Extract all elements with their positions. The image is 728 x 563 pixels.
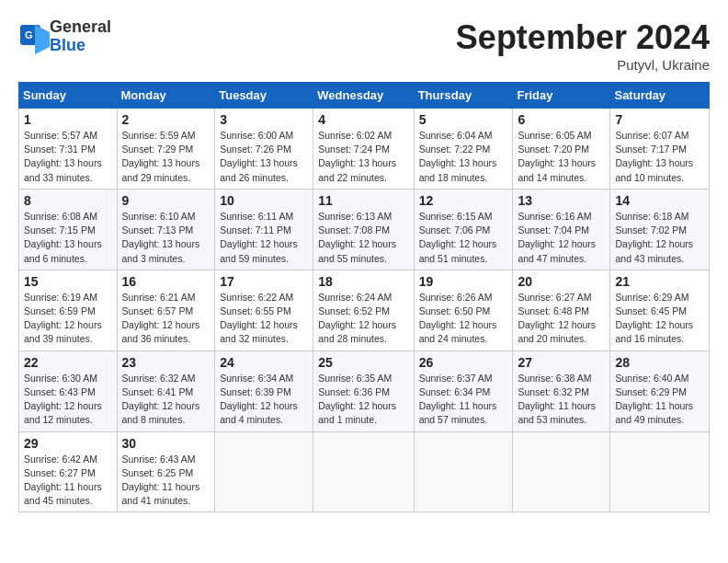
calendar-cell: 22Sunrise: 6:30 AM Sunset: 6:43 PM Dayli… — [19, 350, 118, 431]
day-number: 3 — [220, 112, 308, 127]
day-info: Sunrise: 6:43 AM Sunset: 6:25 PM Dayligh… — [122, 453, 210, 509]
weekday-header-row: SundayMondayTuesdayWednesdayThursdayFrid… — [19, 83, 710, 109]
day-info: Sunrise: 5:57 AM Sunset: 7:31 PM Dayligh… — [24, 129, 112, 185]
calendar-cell: 3Sunrise: 6:00 AM Sunset: 7:26 PM Daylig… — [215, 109, 313, 190]
day-number: 8 — [24, 193, 112, 208]
day-number: 22 — [24, 355, 112, 370]
calendar-cell: 15Sunrise: 6:19 AM Sunset: 6:59 PM Dayli… — [19, 270, 118, 350]
page-header: G General Blue September 2024 Putyvl, Uk… — [18, 18, 710, 73]
calendar-cell: 27Sunrise: 6:38 AM Sunset: 6:32 PM Dayli… — [513, 350, 610, 431]
day-number: 15 — [24, 274, 112, 289]
day-number: 21 — [615, 274, 704, 289]
calendar-table: SundayMondayTuesdayWednesdayThursdayFrid… — [18, 82, 710, 512]
calendar-cell: 20Sunrise: 6:27 AM Sunset: 6:48 PM Dayli… — [513, 270, 610, 350]
day-number: 23 — [122, 355, 210, 370]
calendar-cell: 1Sunrise: 5:57 AM Sunset: 7:31 PM Daylig… — [19, 109, 118, 190]
calendar-week-5: 29Sunrise: 6:42 AM Sunset: 6:27 PM Dayli… — [19, 431, 710, 512]
day-number: 16 — [122, 274, 210, 289]
day-info: Sunrise: 6:18 AM Sunset: 7:02 PM Dayligh… — [615, 210, 704, 266]
day-info: Sunrise: 6:35 AM Sunset: 6:36 PM Dayligh… — [318, 372, 408, 428]
logo-text: General Blue — [50, 18, 111, 55]
day-info: Sunrise: 6:04 AM Sunset: 7:22 PM Dayligh… — [419, 129, 508, 185]
day-info: Sunrise: 6:29 AM Sunset: 6:45 PM Dayligh… — [615, 291, 704, 347]
svg-marker-1 — [35, 25, 50, 54]
calendar-cell: 11Sunrise: 6:13 AM Sunset: 7:08 PM Dayli… — [313, 189, 414, 270]
logo: G General Blue — [18, 18, 111, 55]
day-info: Sunrise: 6:22 AM Sunset: 6:55 PM Dayligh… — [220, 291, 308, 347]
weekday-header-monday: Monday — [117, 83, 215, 109]
title-block: September 2024 Putyvl, Ukraine — [456, 18, 710, 73]
day-info: Sunrise: 6:38 AM Sunset: 6:32 PM Dayligh… — [518, 372, 605, 428]
calendar-cell — [414, 431, 513, 512]
weekday-header-tuesday: Tuesday — [215, 83, 313, 109]
day-info: Sunrise: 6:24 AM Sunset: 6:52 PM Dayligh… — [318, 291, 408, 347]
calendar-cell: 9Sunrise: 6:10 AM Sunset: 7:13 PM Daylig… — [117, 189, 215, 270]
day-number: 5 — [419, 112, 508, 127]
day-number: 25 — [318, 355, 408, 370]
day-info: Sunrise: 6:10 AM Sunset: 7:13 PM Dayligh… — [122, 210, 210, 266]
day-info: Sunrise: 6:26 AM Sunset: 6:50 PM Dayligh… — [419, 291, 508, 347]
day-number: 6 — [518, 112, 605, 127]
day-number: 9 — [122, 193, 210, 208]
day-number: 7 — [615, 112, 704, 127]
day-info: Sunrise: 6:02 AM Sunset: 7:24 PM Dayligh… — [318, 129, 408, 185]
day-info: Sunrise: 6:07 AM Sunset: 7:17 PM Dayligh… — [615, 129, 704, 185]
calendar-cell: 5Sunrise: 6:04 AM Sunset: 7:22 PM Daylig… — [414, 109, 513, 190]
day-info: Sunrise: 6:13 AM Sunset: 7:08 PM Dayligh… — [318, 210, 408, 266]
day-number: 24 — [220, 355, 308, 370]
day-info: Sunrise: 6:15 AM Sunset: 7:06 PM Dayligh… — [419, 210, 508, 266]
day-number: 26 — [419, 355, 508, 370]
calendar-cell: 18Sunrise: 6:24 AM Sunset: 6:52 PM Dayli… — [313, 270, 414, 350]
day-number: 13 — [518, 193, 605, 208]
day-number: 19 — [419, 274, 508, 289]
day-number: 29 — [24, 436, 112, 451]
calendar-cell: 30Sunrise: 6:43 AM Sunset: 6:25 PM Dayli… — [117, 431, 215, 512]
weekday-header-friday: Friday — [513, 83, 610, 109]
calendar-cell — [610, 431, 710, 512]
calendar-week-3: 15Sunrise: 6:19 AM Sunset: 6:59 PM Dayli… — [19, 270, 710, 350]
day-number: 18 — [318, 274, 408, 289]
day-number: 2 — [122, 112, 210, 127]
calendar-cell — [513, 431, 610, 512]
calendar-cell: 25Sunrise: 6:35 AM Sunset: 6:36 PM Dayli… — [313, 350, 414, 431]
calendar-cell: 10Sunrise: 6:11 AM Sunset: 7:11 PM Dayli… — [215, 189, 313, 270]
day-info: Sunrise: 6:42 AM Sunset: 6:27 PM Dayligh… — [24, 453, 112, 509]
weekday-header-wednesday: Wednesday — [313, 83, 414, 109]
calendar-week-1: 1Sunrise: 5:57 AM Sunset: 7:31 PM Daylig… — [19, 109, 710, 190]
calendar-cell: 19Sunrise: 6:26 AM Sunset: 6:50 PM Dayli… — [414, 270, 513, 350]
calendar-cell — [215, 431, 313, 512]
day-info: Sunrise: 6:00 AM Sunset: 7:26 PM Dayligh… — [220, 129, 308, 185]
day-info: Sunrise: 6:27 AM Sunset: 6:48 PM Dayligh… — [518, 291, 605, 347]
weekday-header-thursday: Thursday — [414, 83, 513, 109]
svg-text:G: G — [25, 29, 33, 40]
calendar-cell: 17Sunrise: 6:22 AM Sunset: 6:55 PM Dayli… — [215, 270, 313, 350]
location: Putyvl, Ukraine — [456, 57, 710, 73]
day-info: Sunrise: 6:19 AM Sunset: 6:59 PM Dayligh… — [24, 291, 112, 347]
calendar-cell: 28Sunrise: 6:40 AM Sunset: 6:29 PM Dayli… — [610, 350, 710, 431]
day-info: Sunrise: 5:59 AM Sunset: 7:29 PM Dayligh… — [122, 129, 210, 185]
day-number: 27 — [518, 355, 605, 370]
calendar-cell: 6Sunrise: 6:05 AM Sunset: 7:20 PM Daylig… — [513, 109, 610, 190]
day-number: 4 — [318, 112, 408, 127]
day-number: 20 — [518, 274, 605, 289]
day-number: 28 — [615, 355, 704, 370]
day-info: Sunrise: 6:08 AM Sunset: 7:15 PM Dayligh… — [24, 210, 112, 266]
day-info: Sunrise: 6:34 AM Sunset: 6:39 PM Dayligh… — [220, 372, 308, 428]
day-info: Sunrise: 6:05 AM Sunset: 7:20 PM Dayligh… — [518, 129, 605, 185]
day-number: 14 — [615, 193, 704, 208]
calendar-cell: 13Sunrise: 6:16 AM Sunset: 7:04 PM Dayli… — [513, 189, 610, 270]
logo-icon: G — [18, 23, 46, 51]
calendar-cell: 8Sunrise: 6:08 AM Sunset: 7:15 PM Daylig… — [19, 189, 118, 270]
month-title: September 2024 — [456, 18, 710, 57]
weekday-header-saturday: Saturday — [610, 83, 710, 109]
calendar-cell: 14Sunrise: 6:18 AM Sunset: 7:02 PM Dayli… — [610, 189, 710, 270]
day-number: 1 — [24, 112, 112, 127]
calendar-cell: 24Sunrise: 6:34 AM Sunset: 6:39 PM Dayli… — [215, 350, 313, 431]
weekday-header-sunday: Sunday — [19, 83, 118, 109]
calendar-cell: 26Sunrise: 6:37 AM Sunset: 6:34 PM Dayli… — [414, 350, 513, 431]
calendar-cell: 4Sunrise: 6:02 AM Sunset: 7:24 PM Daylig… — [313, 109, 414, 190]
calendar-cell: 7Sunrise: 6:07 AM Sunset: 7:17 PM Daylig… — [610, 109, 710, 190]
day-info: Sunrise: 6:30 AM Sunset: 6:43 PM Dayligh… — [24, 372, 112, 428]
calendar-cell: 29Sunrise: 6:42 AM Sunset: 6:27 PM Dayli… — [19, 431, 118, 512]
calendar-cell: 12Sunrise: 6:15 AM Sunset: 7:06 PM Dayli… — [414, 189, 513, 270]
